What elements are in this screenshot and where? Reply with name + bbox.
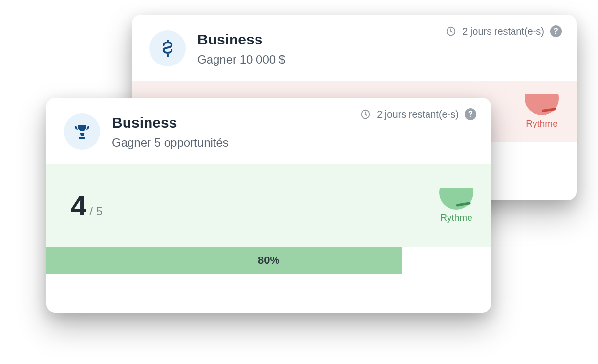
metric-total: / 5 <box>89 205 103 218</box>
metric-current: 4 <box>71 192 86 220</box>
pace-gauge: Rythme <box>439 188 473 223</box>
progress-bar: 80% <box>46 247 491 274</box>
dollar-icon <box>150 30 186 66</box>
card-header: Business Gagner 5 opportunités <box>46 98 491 164</box>
card-subtitle: Gagner 5 opportunités <box>112 136 473 150</box>
card-title: Business <box>112 114 473 131</box>
trophy-icon <box>64 113 100 150</box>
card-header: Business Gagner 10 000 $ <box>132 15 577 81</box>
progress-percent-label: 80% <box>46 247 491 274</box>
goal-card-opportunities[interactable]: 2 jours restant(e-s) ? Business Gagner 5… <box>46 98 491 313</box>
card-body: 4 / 5 Rythme <box>46 164 491 247</box>
progress-metric: 4 / 5 <box>71 192 103 220</box>
card-subtitle: Gagner 10 000 $ <box>197 53 559 66</box>
card-title: Business <box>197 31 559 48</box>
gauge-label: Rythme <box>526 118 557 129</box>
gauge-label: Rythme <box>440 213 472 223</box>
pace-gauge: Rythme <box>525 94 559 129</box>
